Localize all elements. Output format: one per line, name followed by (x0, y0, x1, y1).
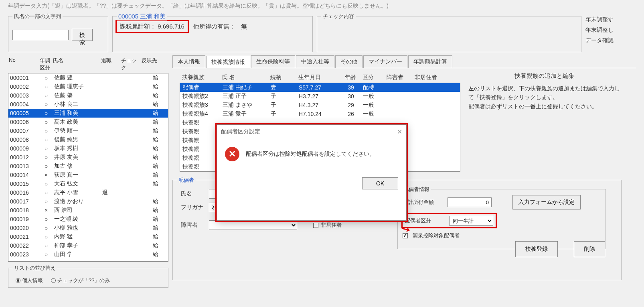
spouse-kubun-select[interactable]: 同一生計 (449, 216, 493, 226)
other-income-label: 他所得の有無： (193, 23, 235, 30)
employee-row[interactable]: 000014×荻原 真一給 (8, 171, 168, 179)
tab-6[interactable]: 年調簡易計算 (408, 55, 452, 68)
hdr-no: No (9, 57, 37, 71)
employee-row[interactable]: 000012○井原 友美給 (8, 153, 168, 162)
family-row[interactable]: 扶養親族3三浦 まさや子H4.3.2729一般 (180, 101, 460, 110)
error-icon: ✕ (225, 147, 239, 161)
hdr-retired: 退職 (101, 57, 121, 71)
employee-row[interactable]: 000018×西 浩司給 (8, 206, 168, 215)
tab-2[interactable]: 生命保険料等 (251, 55, 295, 68)
search-legend: 氏名の一部の文字列 (12, 13, 63, 20)
family-row[interactable]: 扶養親族4三浦 愛子子H7.10.2426一般 (180, 110, 460, 118)
sort-fieldset: リストの並び替え 個人情報 チェックが「??」のみ (8, 268, 168, 288)
page-header-note: 年調データ入力(「退」は退職者。「??」は要チェックデータ。「給」は年調計算結果… (0, 0, 644, 12)
income-total-input[interactable] (448, 197, 492, 207)
spouse-kubun-dialog: 配偶者区分設定 ✕ ✕ 配偶者区分は控除対処配偶者を設定してください。 OK (217, 124, 407, 221)
nonresident-label: 非居住者 (321, 222, 342, 229)
withholding-spouse-label: 源泉控除対象配偶者 (413, 232, 460, 239)
spouse-kubun-highlight: 配偶者区分 同一生計 (403, 214, 496, 227)
employee-row[interactable]: 000006○髙木 政美給 (8, 118, 168, 126)
employee-row[interactable]: 000003○佐藤 肇給 (8, 91, 168, 100)
employee-row[interactable]: 000013○加古 修給 (8, 162, 168, 171)
family-side-title: 扶養親族の追加と編集 (468, 72, 621, 80)
spouse-disability-label: 障害者 (181, 222, 205, 229)
spouse-name-label: 氏名 (181, 190, 205, 197)
employee-row[interactable]: 000005○三浦 和美給 (8, 109, 168, 118)
family-side-help: 扶養親族の追加と編集 左のリストを選択、下の扶養親族の追加または編集で入力して「… (468, 72, 621, 172)
family-row[interactable]: 配偶者三浦 由紀子妻S57.7.2739配特 (180, 83, 460, 92)
spouse-kubun-label: 配偶者区分 (405, 217, 445, 224)
family-side-text2: 配偶者は必ずリストの一番上に登録してください。 (468, 102, 621, 111)
employee-list[interactable]: 000001○佐藤 豊給000002○佐藤 理恵子給000003○佐藤 肇給00… (8, 73, 168, 262)
employee-row[interactable]: 000015○大石 弘文給 (8, 179, 168, 188)
link-yearend-adjust-do[interactable]: 年末調整す (585, 16, 614, 23)
tab-5[interactable]: マイナンバー (363, 55, 407, 68)
search-fieldset: 氏名の一部の文字列 検索 (8, 16, 108, 52)
link-yearend-adjust-not[interactable]: 年末調整し (585, 26, 614, 34)
employee-row[interactable]: 000002○佐藤 理恵子給 (8, 82, 168, 91)
radio-icon (51, 278, 56, 283)
sort-radio-check-only[interactable]: チェックが「??」のみ (51, 277, 110, 284)
hdr-name: 氏名 (53, 57, 101, 71)
hdr-kubun: 年調 区分 (37, 57, 53, 71)
input-form-set-button[interactable]: 入力フォームから設定 (512, 195, 581, 209)
employee-row[interactable]: 000008○後藤 純男給 (8, 135, 168, 144)
employee-row[interactable]: 000020○小柳 雅也給 (8, 224, 168, 232)
other-income-value: 無 (241, 23, 247, 30)
sort-radio-personal[interactable]: 個人情報 (16, 277, 43, 284)
tab-bar: 本人情報扶養親族情報生命保険料等中途入社等その他マイナンバー年調簡易計算 (172, 55, 636, 68)
spouse-furigana-label: フリガナ (181, 204, 205, 211)
check-content-legend: チェック内容 (321, 13, 356, 20)
family-side-text1: 左のリストを選択、下の扶養親族の追加または編集で入力して「扶養登録」をクリックし… (468, 84, 621, 102)
employee-row[interactable]: 000016○志平 小雪退 (8, 188, 168, 197)
employee-row[interactable]: 000022○神部 幸子給 (8, 241, 168, 250)
tab-1[interactable]: 扶養親族情報 (206, 56, 250, 68)
search-input[interactable] (12, 30, 69, 40)
income-total-label: 合計所得金額 (403, 199, 443, 206)
hdr-check: チェック (121, 57, 141, 71)
tab-4[interactable]: その他 (335, 55, 363, 68)
tab-0[interactable]: 本人情報 (172, 55, 205, 68)
dependent-register-button[interactable]: 扶養登録 (515, 241, 558, 257)
family-table-header: 扶養親族 氏 名 続柄 生年月日 年齢 区分 障害者 非居住者 (180, 72, 460, 83)
employee-row[interactable]: 000023○山田 学給 (8, 250, 168, 259)
employee-row[interactable]: 000007○伊勢 順一給 (8, 126, 168, 135)
tax-total-label: 課税累計額： (120, 23, 156, 30)
nonresident-checkbox[interactable] (313, 223, 318, 228)
spouse-info-box: 配偶者情報 合計所得金額 入力フォームから設定 配偶者区分 同一生計 (397, 189, 606, 249)
tax-total-highlight: 課税累計額： 9,696,716 (117, 21, 188, 32)
right-action-links: 年末調整す 年末調整し データ確認 (585, 12, 614, 52)
delete-button[interactable]: 削除 (574, 241, 605, 257)
tab-3[interactable]: 中途入社等 (296, 55, 334, 68)
employee-row[interactable]: 000009○坂本 秀樹給 (8, 144, 168, 153)
person-legend: 000005 三浦 和美 (117, 13, 167, 20)
spouse-disability-select[interactable] (209, 220, 297, 230)
search-button[interactable]: 検索 (72, 29, 93, 41)
tax-total-value: 9,696,716 (158, 23, 184, 30)
employee-row[interactable]: 000017○渡邊 かおり給 (8, 197, 168, 206)
spouse-legend: 配偶者 (177, 177, 196, 184)
sort-legend: リストの並び替え (12, 264, 57, 272)
dialog-ok-button[interactable]: OK (362, 177, 398, 189)
hdr-reflect: 反映先 (141, 57, 157, 71)
employee-row[interactable]: 000021○内野 猛給 (8, 232, 168, 241)
dialog-message: 配偶者区分は控除対処配偶者を設定してください。 (246, 150, 375, 158)
employee-list-header: No 年調 区分 氏名 退職 チェック 反映先 (8, 55, 168, 73)
person-summary-fieldset: 000005 三浦 和美 課税累計額： 9,696,716 他所得の有無： 無 (112, 16, 313, 52)
employee-row[interactable]: 000019○一之瀬 綾給 (8, 215, 168, 224)
radio-icon (16, 278, 20, 283)
family-row[interactable]: 扶養親族2三浦 正子子H3.7.2730一般 (180, 92, 460, 101)
close-icon[interactable]: ✕ (397, 128, 402, 136)
dialog-title: 配偶者区分設定 (221, 128, 260, 136)
link-data-confirm[interactable]: データ確認 (585, 37, 614, 44)
employee-row[interactable]: 000001○佐藤 豊給 (8, 73, 168, 82)
employee-row[interactable]: 000004○小林 良二給 (8, 100, 168, 109)
check-content-fieldset: チェック内容 (317, 16, 581, 52)
